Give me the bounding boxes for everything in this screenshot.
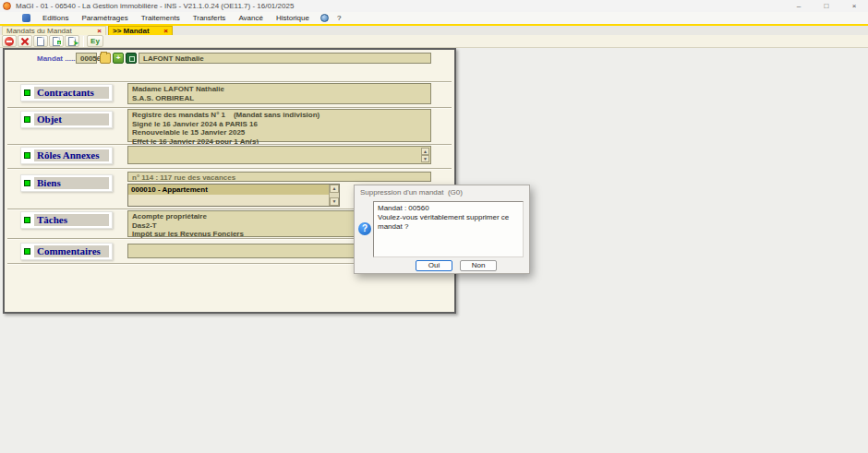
section-label: Contractants: [34, 87, 109, 99]
biens-listbox: 000010 - Appartement ▲ ▼: [127, 184, 340, 207]
green-indicator-icon: [24, 217, 30, 223]
tab-close-icon[interactable]: ×: [93, 27, 102, 35]
green-indicator-icon: [24, 116, 30, 123]
biens-address-field: n° 114 : 117 rue des vacances: [127, 172, 431, 182]
green-indicator-icon: [24, 180, 30, 186]
green-indicator-icon: [24, 248, 30, 255]
question-mark-icon: ?: [358, 222, 371, 235]
contractants-field[interactable]: Madame LAFONT Nathalie S.A.S. ORBIREAL: [127, 83, 431, 104]
scroll-down-icon[interactable]: ▼: [421, 155, 429, 162]
scroll-up-icon[interactable]: ▲: [421, 148, 429, 155]
folder-icon[interactable]: [100, 53, 111, 64]
no-entry-icon: [5, 37, 14, 46]
biens-list-rows: 000010 - Appartement: [128, 185, 329, 206]
section-label: Tâches: [34, 214, 109, 226]
stop-button[interactable]: [2, 35, 17, 47]
list-scrollbar: ▲ ▼: [329, 185, 339, 206]
section-label: Rôles Annexes: [34, 149, 109, 161]
section-button-roles-annexes[interactable]: Rôles Annexes: [20, 147, 113, 164]
green-arrow-badge-icon: ➤: [73, 40, 78, 46]
maximize-button[interactable]: □: [813, 0, 840, 12]
mandat-field-label: Mandat ........: [37, 54, 81, 63]
tab-strip: Mandats du Mandat × >> Mandat ×: [0, 24, 868, 35]
section-label: Biens: [34, 177, 109, 189]
menu-item[interactable]: Traitements: [135, 12, 187, 24]
window-title: MaGI - 01 - 06540 - La Gestion immobiliè…: [16, 2, 294, 10]
section-button-objet[interactable]: Objet: [20, 111, 113, 128]
globe-icon[interactable]: [320, 14, 329, 22]
toolbar-separator: [83, 36, 84, 47]
green-plus-icon[interactable]: +: [113, 53, 124, 64]
section-button-biens[interactable]: Biens: [20, 174, 113, 192]
section-label: Commentaires: [34, 245, 109, 257]
red-x-icon: [20, 37, 30, 46]
add-document-button[interactable]: +: [49, 35, 64, 47]
ey-button[interactable]: Ey: [87, 35, 103, 47]
menu-item[interactable]: Paramétrages: [75, 12, 134, 24]
section-separator: [7, 168, 452, 170]
toolbar: + ➤ Ey: [0, 35, 868, 48]
roles-annexes-field[interactable]: ▲ ▼: [127, 146, 431, 164]
list-item[interactable]: 000010 - Appartement: [128, 185, 329, 195]
menu-item[interactable]: Historique: [270, 12, 316, 24]
menu-item[interactable]: Transferts: [187, 12, 233, 24]
field-scrollbar: ▲ ▼: [421, 148, 429, 162]
section-label: Objet: [34, 113, 109, 125]
menu-lead-icon[interactable]: [22, 14, 30, 22]
objet-field[interactable]: Registre des mandats N° 1 (Mandat sans i…: [127, 109, 431, 142]
mandat-number-field[interactable]: 000560: [76, 53, 97, 64]
new-document-button[interactable]: [33, 35, 48, 47]
scroll-up-icon[interactable]: ▲: [330, 185, 339, 193]
minimize-button[interactable]: –: [785, 0, 813, 12]
menu-items: EditionsParamétragesTraitementsTransfert…: [36, 12, 316, 24]
title-bar: MaGI - 01 - 06540 - La Gestion immobiliè…: [0, 0, 868, 12]
blank-page-icon: [37, 37, 44, 46]
scroll-down-icon[interactable]: ▼: [330, 197, 339, 206]
app-icon: [3, 2, 11, 10]
delete-mandat-dialog: Suppression d'un mandat (G0) ? Mandat : …: [354, 185, 530, 274]
green-grid-icon[interactable]: [126, 53, 137, 64]
section-button-commentaires[interactable]: Commentaires: [20, 243, 113, 260]
yes-button[interactable]: Oui: [416, 260, 452, 271]
tab-label: >> Mandat: [113, 27, 150, 35]
green-plus-badge-icon: +: [56, 40, 62, 45]
close-button[interactable]: ×: [840, 0, 868, 12]
delete-button[interactable]: [18, 35, 32, 47]
tab-close-icon[interactable]: ×: [160, 27, 168, 35]
section-button-taches[interactable]: Tâches: [20, 211, 113, 229]
window-controls: – □ ×: [785, 0, 868, 12]
section-button-contractants[interactable]: Contractants: [20, 84, 113, 101]
tab-mandat-active[interactable]: >> Mandat ×: [108, 26, 173, 35]
menu-bar: EditionsParamétragesTraitementsTransfert…: [0, 12, 868, 24]
dialog-message: Mandat : 00560 Voulez-vous véritablement…: [373, 201, 524, 257]
edit-document-button[interactable]: ➤: [65, 35, 79, 47]
help-menu-item[interactable]: ?: [333, 14, 344, 22]
tab-mandats-du-mandat[interactable]: Mandats du Mandat ×: [2, 26, 106, 35]
tab-label: Mandats du Mandat: [6, 27, 72, 35]
menu-item[interactable]: Avancé: [232, 12, 270, 24]
dialog-title: Suppression d'un mandat (G0): [360, 188, 463, 197]
mandat-header: Mandat ........ 000560 + LAFONT Nathalie: [5, 53, 454, 65]
menu-item[interactable]: Editions: [36, 12, 75, 24]
mandat-name-field[interactable]: LAFONT Nathalie: [139, 53, 431, 64]
green-indicator-icon: [24, 152, 30, 159]
no-button[interactable]: Non: [460, 260, 497, 271]
green-indicator-icon: [24, 89, 30, 96]
